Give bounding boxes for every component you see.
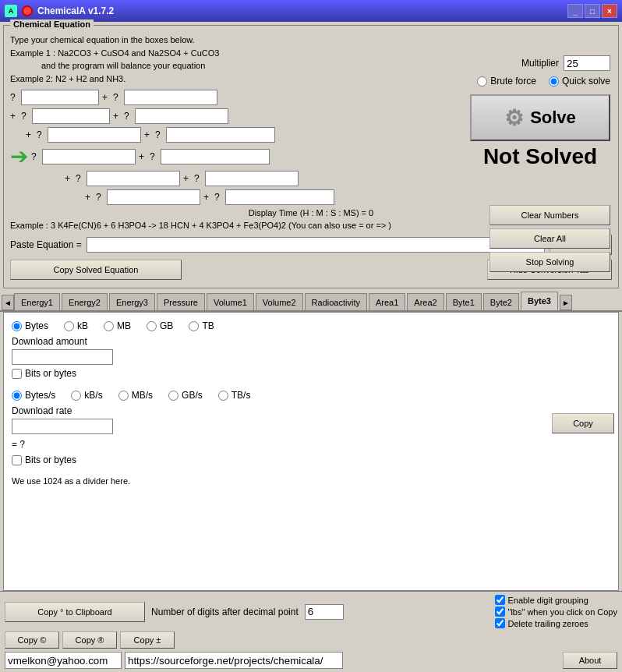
copy-registered-button[interactable]: Copy ® (62, 631, 117, 649)
copy-button[interactable]: Copy (552, 413, 614, 433)
tab-radioactivity[interactable]: Radioactivity (305, 293, 367, 310)
copy-degree-button[interactable]: Copy © (5, 631, 59, 649)
url-input[interactable] (125, 652, 343, 669)
minimize-btn[interactable]: _ (567, 4, 583, 18)
gb-s-radio[interactable] (168, 391, 178, 401)
q3: ? (21, 111, 29, 122)
tab-volume2[interactable]: Volume2 (256, 293, 303, 310)
lbs-when-click-check[interactable] (495, 607, 505, 617)
eq-input-5a[interactable] (87, 171, 180, 186)
tab-area2[interactable]: Area2 (407, 293, 444, 310)
clear-all-button[interactable]: Clear All (489, 228, 610, 249)
tab-energy1[interactable]: Energy1 (14, 293, 60, 310)
stop-solving-button[interactable]: Stop Solving (489, 252, 610, 272)
clear-numbers-button[interactable]: Clear Numbers (489, 205, 610, 225)
gb-radio[interactable] (147, 321, 157, 331)
q7: ? (31, 151, 39, 162)
tab-byte3[interactable]: Byte3 (521, 292, 558, 310)
eq-input-1a[interactable] (21, 90, 99, 105)
eq-row-5: + ? + ? (10, 171, 612, 186)
bits-bytes-checkbox1[interactable] (12, 369, 22, 379)
plus4: + (26, 129, 34, 140)
enable-digit-grouping-item[interactable]: Enable digit grouping (495, 595, 618, 605)
q11: ? (96, 192, 104, 203)
quick-solve-option[interactable]: Quick solve (549, 76, 610, 87)
kb-radio[interactable] (64, 321, 74, 331)
bytes-s-option[interactable]: Bytes/s (12, 390, 55, 401)
bytes-option[interactable]: Bytes (12, 320, 48, 331)
gb-option[interactable]: GB (147, 320, 173, 331)
plus1: + (102, 92, 110, 103)
eq-input-2b[interactable] (135, 108, 228, 124)
copy-solved-button[interactable]: Copy Solved Equation (10, 260, 182, 280)
tab-prev-btn[interactable]: ◄ (2, 295, 14, 310)
eq-input-1b[interactable] (124, 90, 217, 105)
paste-label: Paste Equation = (10, 239, 82, 250)
digits-label: Number of digits after decimal point (151, 607, 299, 617)
mb-radio[interactable] (104, 321, 114, 331)
kb-option[interactable]: kB (64, 320, 88, 331)
eq-input-4b[interactable] (161, 149, 270, 164)
download-rate-input[interactable] (12, 419, 113, 434)
multiplier-input[interactable] (564, 55, 610, 71)
solve-area: ⚙ Solve Not Solved (470, 94, 610, 169)
delete-trailing-zeroes-item[interactable]: Delete trailing zeroes (495, 618, 618, 628)
delete-trailing-zeroes-check[interactable] (495, 618, 505, 628)
brute-force-radio[interactable] (477, 76, 487, 87)
bits-bytes-checkbox2[interactable] (12, 455, 22, 465)
download-amount-input[interactable] (12, 349, 113, 365)
maximize-btn[interactable]: □ (585, 4, 600, 18)
tab-energy3[interactable]: Energy3 (109, 293, 155, 310)
bottom-row1: Copy ° to Clipboard Number of digits aft… (5, 595, 617, 628)
lbs-when-click-item[interactable]: "lbs" when you click on Copy (495, 607, 618, 617)
q9: ? (76, 173, 83, 184)
bits-bytes-check2[interactable]: Bits or bytes (12, 454, 610, 465)
eq-input-6b[interactable] (225, 189, 334, 205)
section-label: Chemical Equation (10, 19, 94, 29)
paste-input[interactable] (87, 237, 545, 253)
quick-solve-radio[interactable] (549, 76, 559, 87)
divider-note: We use 1024 as a divider here. (12, 476, 610, 486)
kb-s-radio[interactable] (71, 391, 81, 401)
mb-s-radio[interactable] (118, 391, 129, 401)
download-amount-label: Download amount (12, 336, 610, 347)
tab-byte1[interactable]: Byte1 (446, 293, 482, 310)
bits-bytes-check1[interactable]: Bits or bytes (12, 368, 610, 379)
solve-button[interactable]: ⚙ Solve (470, 94, 610, 141)
mb-option[interactable]: MB (104, 320, 131, 331)
gb-s-option[interactable]: GB/s (168, 390, 203, 401)
eq-input-2a[interactable] (32, 108, 110, 124)
digits-input[interactable] (305, 604, 344, 620)
tab-area1[interactable]: Area1 (369, 293, 405, 310)
about-button[interactable]: About (563, 652, 617, 669)
tb-radio[interactable] (189, 321, 199, 331)
eq-input-3a[interactable] (48, 127, 141, 143)
tab-energy2[interactable]: Energy2 (62, 293, 108, 310)
eq-input-4a[interactable] (42, 149, 136, 164)
tab-pressure[interactable]: Pressure (157, 293, 205, 310)
close-btn[interactable]: × (602, 4, 617, 18)
enable-digit-grouping-check[interactable] (495, 595, 505, 605)
kb-s-option[interactable]: kB/s (71, 390, 102, 401)
tab-byte2[interactable]: Byte2 (483, 293, 519, 310)
plus8: + (183, 173, 191, 184)
bytes-s-radio[interactable] (12, 391, 22, 401)
tab-volume1[interactable]: Volume1 (207, 293, 254, 310)
tab-next-btn[interactable]: ► (560, 295, 572, 310)
download-rate-label: Download rate (12, 405, 610, 416)
eq-input-3b[interactable] (166, 127, 275, 143)
q1: ? (10, 92, 18, 103)
brute-force-option[interactable]: Brute force (477, 76, 536, 87)
eq-input-5b[interactable] (205, 171, 299, 186)
copy-plus-minus-button[interactable]: Copy ± (120, 631, 175, 649)
email-input[interactable] (5, 652, 122, 669)
copy-to-clipboard-button[interactable]: Copy ° to Clipboard (5, 602, 145, 622)
bytes-radio[interactable] (12, 321, 22, 331)
plus5: + (144, 129, 152, 140)
bottom-row3: About (5, 652, 617, 669)
tb-option[interactable]: TB (189, 320, 214, 331)
mb-s-option[interactable]: MB/s (118, 390, 153, 401)
tb-s-radio[interactable] (218, 391, 228, 401)
tb-s-option[interactable]: TB/s (218, 390, 251, 401)
eq-input-6a[interactable] (107, 189, 200, 205)
